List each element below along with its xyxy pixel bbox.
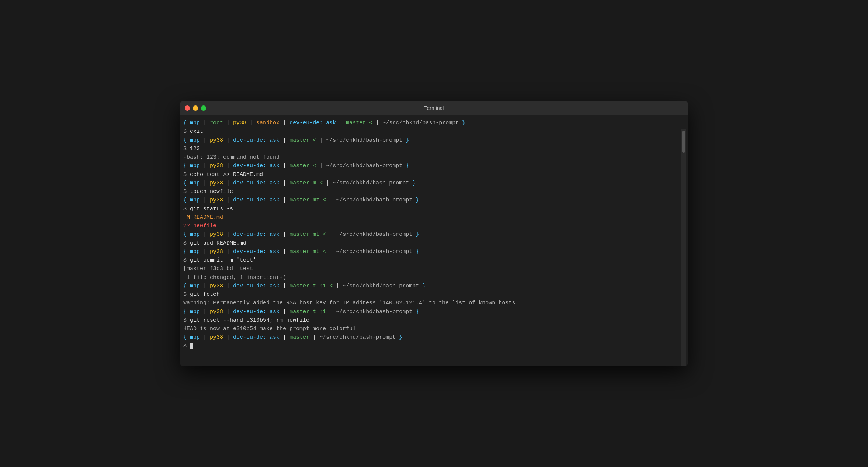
traffic-lights xyxy=(185,105,206,111)
terminal-cursor xyxy=(190,343,193,349)
cmd-123: $ 123 xyxy=(183,145,518,153)
prompt-line-2: { mbp | py38 | dev-eu-de: ask | master <… xyxy=(183,136,518,145)
terminal-window: Terminal { mbp | root | py38 | sandbox |… xyxy=(180,101,688,366)
cmd-git-commit: $ git commit -m 'test' xyxy=(183,256,518,264)
input-line[interactable]: $ xyxy=(183,342,518,350)
output-bash-error: -bash: 123: command not found xyxy=(183,153,518,162)
cmd-echo: $ echo test >> README.md xyxy=(183,170,518,179)
prompt-line-t-up: { mbp | py38 | dev-eu-de: ask | master t… xyxy=(183,282,518,290)
prompt-line-final: { mbp | py38 | dev-eu-de: ask | master |… xyxy=(183,333,518,342)
cmd-git-reset: $ git reset --hard e310b54; rm newfile xyxy=(183,316,518,325)
git-status-modified: M README.md xyxy=(183,213,518,222)
cmd-touch: $ touch newfile xyxy=(183,187,518,196)
git-status-untracked: ?? newfile xyxy=(183,222,518,230)
output-commit-1: [master f3c31bd] test xyxy=(183,264,518,273)
prompt-line-3: { mbp | py38 | dev-eu-de: ask | master <… xyxy=(183,162,518,170)
cmd-git-status: $ git status -s xyxy=(183,205,518,213)
titlebar: Terminal xyxy=(180,101,688,115)
cmd-exit: $ exit xyxy=(183,127,518,136)
output-warning: Warning: Permanently added the RSA host … xyxy=(183,299,518,307)
output-commit-2: 1 file changed, 1 insertion(+) xyxy=(183,273,518,282)
prompt-line-mt-3: { mbp | py38 | dev-eu-de: ask | master m… xyxy=(183,248,518,256)
output-head: HEAD is now at e310b54 make the prompt m… xyxy=(183,325,518,333)
scrollbar-thumb[interactable] xyxy=(682,131,685,153)
terminal-body[interactable]: { mbp | root | py38 | sandbox | dev-eu-d… xyxy=(180,115,524,366)
cmd-git-add: $ git add README.md xyxy=(183,239,518,248)
close-button[interactable] xyxy=(185,105,190,111)
window-title: Terminal xyxy=(424,105,444,111)
prompt-line-m: { mbp | py38 | dev-eu-de: ask | master m… xyxy=(183,179,518,187)
cmd-git-fetch: $ git fetch xyxy=(183,290,518,299)
prompt-line-mt-2: { mbp | py38 | dev-eu-de: ask | master m… xyxy=(183,230,518,239)
prompt-line-1: { mbp | root | py38 | sandbox | dev-eu-d… xyxy=(183,119,518,127)
maximize-button[interactable] xyxy=(201,105,206,111)
minimize-button[interactable] xyxy=(193,105,198,111)
prompt-line-mt-1: { mbp | py38 | dev-eu-de: ask | master m… xyxy=(183,196,518,204)
scrollbar[interactable] xyxy=(681,129,686,366)
prompt-line-t-up-2: { mbp | py38 | dev-eu-de: ask | master t… xyxy=(183,308,518,316)
